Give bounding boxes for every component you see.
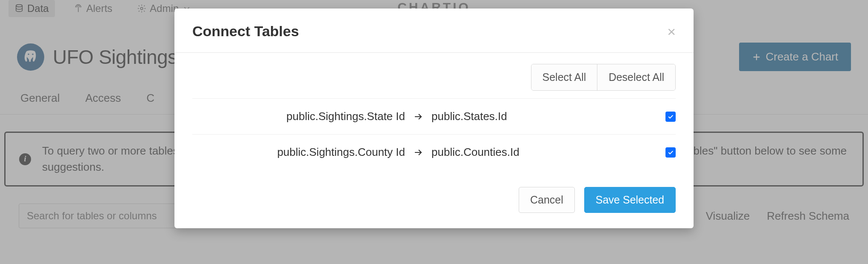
modal-title: Connect Tables <box>192 23 299 40</box>
select-all-button[interactable]: Select All <box>531 64 597 90</box>
connect-tables-modal: Connect Tables × Select All Deselect All… <box>174 9 694 228</box>
modal-body: Select All Deselect All public.Sightings… <box>174 53 694 174</box>
modal-footer: Cancel Save Selected <box>174 174 694 228</box>
select-button-group: Select All Deselect All <box>531 64 676 91</box>
mapping-from: public.Sightings.County Id <box>192 146 405 159</box>
close-icon[interactable]: × <box>667 24 676 39</box>
arrow-right-icon <box>411 147 425 158</box>
save-selected-button[interactable]: Save Selected <box>584 187 676 213</box>
deselect-all-button[interactable]: Deselect All <box>597 64 675 90</box>
mapping-to: public.States.Id <box>431 110 644 123</box>
arrow-right-icon <box>411 112 425 122</box>
cancel-button[interactable]: Cancel <box>519 187 575 213</box>
check-icon <box>667 113 674 120</box>
select-controls: Select All Deselect All <box>192 64 676 91</box>
mapping-row: public.Sightings.County Id public.Counti… <box>192 134 676 170</box>
mapping-to: public.Counties.Id <box>431 146 644 159</box>
mapping-from: public.Sightings.State Id <box>192 110 405 123</box>
mapping-checkbox[interactable] <box>665 112 676 122</box>
mapping-checkbox[interactable] <box>665 147 676 158</box>
check-icon <box>667 149 674 156</box>
mapping-row: public.Sightings.State Id public.States.… <box>192 98 676 134</box>
modal-header: Connect Tables × <box>174 9 694 53</box>
